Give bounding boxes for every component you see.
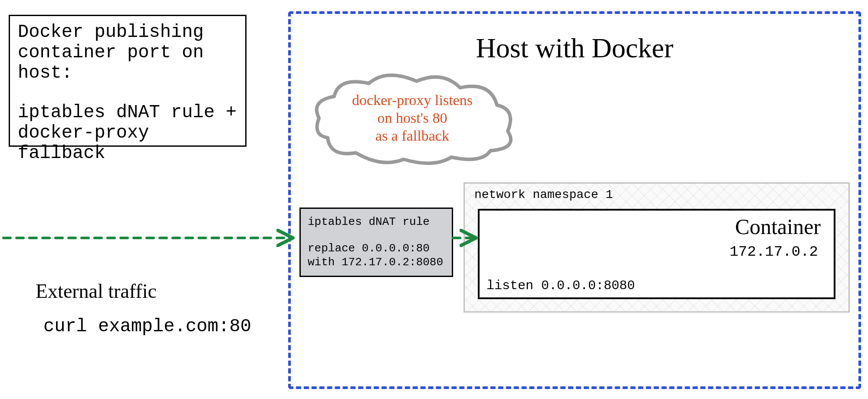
iptables-heading: iptables dNAT rule [308,215,445,229]
title-line-3: host: [18,63,237,83]
title-line-1: Docker publishing [18,22,237,43]
iptables-box: iptables dNAT rule replace 0.0.0.0:80 wi… [299,208,453,277]
cloud-line-2: on host's 80 [352,109,473,127]
host-box: Host with Docker docker-proxy listens on… [288,11,861,389]
external-traffic-label: External traffic [36,280,157,303]
container-box: Container 172.17.0.2 listen 0.0.0.0:8080 [478,209,835,299]
iptables-with: with 172.17.0.2:8080 [308,255,445,270]
network-namespace-box: network namespace 1 Container 172.17.0.2… [464,182,850,313]
iptables-replace: replace 0.0.0.0:80 [308,241,445,256]
cloud-text: docker-proxy listens on host's 80 as a f… [352,92,473,145]
namespace-label: network namespace 1 [474,188,613,201]
cloud-callout: docker-proxy listens on host's 80 as a f… [304,70,521,166]
cloud-line-3: as a fallback [352,127,473,145]
host-title: Host with Docker [476,32,673,64]
title-line-5: docker-proxy fallback [18,123,237,164]
title-box: Docker publishing container port on host… [9,15,247,147]
container-ip: 172.17.0.2 [730,244,818,260]
container-listen: listen 0.0.0.0:8080 [487,278,635,293]
cloud-line-1: docker-proxy listens [352,92,473,109]
title-line-4: iptables dNAT rule + [18,102,237,123]
external-traffic-command: curl example.com:80 [43,316,251,337]
title-line-2: container port on [18,43,237,63]
container-title: Container [735,214,821,239]
